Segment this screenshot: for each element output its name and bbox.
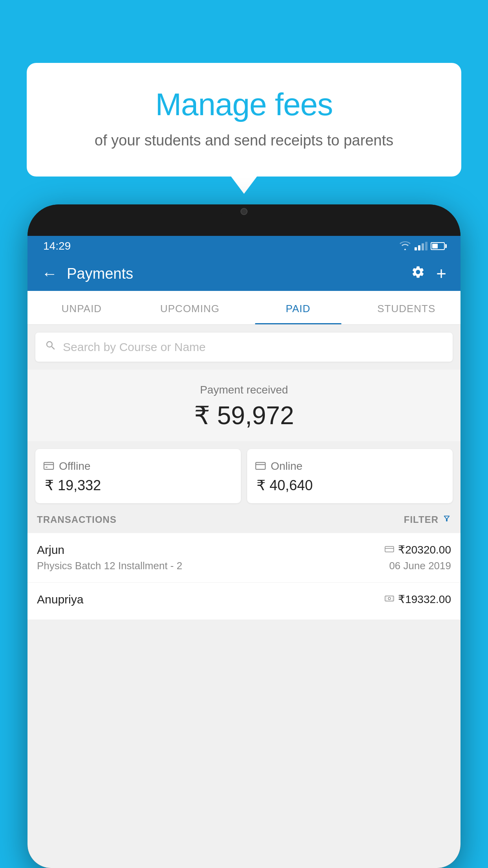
search-bar[interactable]: Search by Course or Name (35, 333, 453, 362)
table-row: Anupriya ₹19332.00 (28, 583, 460, 620)
svg-point-8 (388, 597, 391, 600)
transaction-row-1: Arjun ₹20320.00 (37, 543, 451, 557)
tab-students[interactable]: STUDENTS (352, 291, 461, 324)
phone-top (28, 204, 460, 236)
transaction-amount-wrap: ₹20320.00 (385, 543, 451, 556)
online-card: Online ₹ 40,640 (247, 449, 453, 503)
payment-total-amount: ₹ 59,972 (35, 401, 453, 430)
transaction-amount-wrap-2: ₹19332.00 (385, 593, 451, 606)
offline-card-header: Offline (43, 460, 233, 473)
transaction-amount: ₹20320.00 (398, 543, 451, 556)
transaction-card-icon (385, 545, 394, 555)
transactions-header: TRANSACTIONS FILTER (28, 503, 460, 533)
online-label: Online (271, 460, 303, 473)
header-icons: + (411, 264, 446, 283)
payment-cards: Offline ₹ 19,332 Online ₹ 40,640 (28, 441, 460, 503)
tab-paid[interactable]: PAID (244, 291, 352, 324)
phone-frame: 14:29 ← Payments (28, 204, 460, 868)
wifi-icon (399, 241, 411, 251)
offline-amount: ₹ 19,332 (43, 477, 233, 494)
transaction-course: Physics Batch 12 Installment - 2 (37, 560, 182, 572)
offline-card: Offline ₹ 19,332 (35, 449, 241, 503)
transaction-name: Arjun (37, 543, 64, 557)
transaction-cash-icon (385, 594, 394, 605)
status-bar: 14:29 (28, 236, 460, 256)
status-time: 14:29 (43, 240, 71, 252)
transaction-details-1: Physics Batch 12 Installment - 2 06 June… (37, 560, 451, 572)
svg-rect-3 (256, 462, 265, 469)
transaction-name-2: Anupriya (37, 593, 83, 606)
add-button[interactable]: + (436, 264, 446, 283)
svg-rect-0 (44, 462, 53, 469)
filter-label: FILTER (404, 514, 438, 525)
offline-icon (43, 460, 54, 473)
table-row: Arjun ₹20320.00 Physics Batch 12 Install… (28, 533, 460, 583)
payment-received-section: Payment received ₹ 59,972 (28, 370, 460, 441)
offline-label: Offline (59, 460, 90, 473)
phone-camera (240, 208, 248, 215)
online-card-header: Online (255, 460, 445, 473)
filter-button[interactable]: FILTER (404, 514, 451, 525)
bubble-title: Manage fees (58, 86, 430, 123)
page-title: Payments (67, 265, 402, 282)
tab-unpaid[interactable]: UNPAID (28, 291, 136, 324)
back-button[interactable]: ← (42, 265, 57, 283)
transaction-row-2: Anupriya ₹19332.00 (37, 593, 451, 606)
transactions-label: TRANSACTIONS (37, 514, 117, 525)
battery-icon (431, 242, 445, 250)
bubble-subtitle: of your students and send receipts to pa… (58, 132, 430, 149)
online-icon (255, 460, 266, 473)
transaction-list: Arjun ₹20320.00 Physics Batch 12 Install… (28, 533, 460, 620)
search-placeholder: Search by Course or Name (63, 340, 206, 354)
online-amount: ₹ 40,640 (255, 477, 445, 494)
svg-rect-5 (385, 546, 394, 552)
transaction-amount-2: ₹19332.00 (398, 593, 451, 606)
payment-received-label: Payment received (35, 384, 453, 396)
filter-icon (442, 514, 451, 525)
search-icon (45, 340, 57, 355)
phone-screen: UNPAID UPCOMING PAID STUDENTS Search by … (28, 291, 460, 868)
app-header: ← Payments + (28, 256, 460, 291)
status-icons (399, 241, 445, 251)
tab-upcoming[interactable]: UPCOMING (136, 291, 244, 324)
speech-bubble-container: Manage fees of your students and send re… (27, 63, 461, 177)
tabs-bar: UNPAID UPCOMING PAID STUDENTS (28, 291, 460, 325)
signal-icon (415, 242, 427, 250)
settings-button[interactable] (411, 265, 425, 283)
speech-bubble: Manage fees of your students and send re… (27, 63, 461, 177)
phone-notch (220, 204, 268, 219)
transaction-date: 06 June 2019 (389, 560, 451, 572)
